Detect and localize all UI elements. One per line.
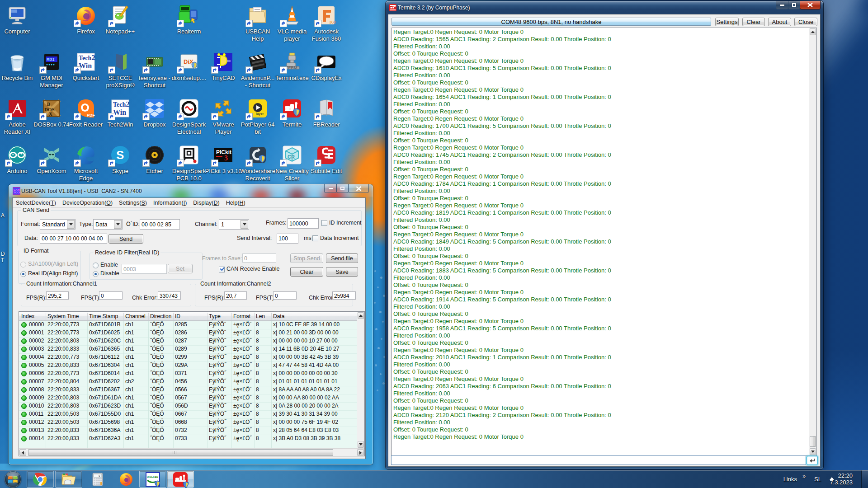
svg-text:B: B [47, 102, 50, 107]
svg-text:S: S [116, 148, 124, 162]
svg-text:X: X [49, 111, 52, 117]
svg-text:PDF: PDF [87, 113, 95, 117]
svg-text:0: 0 [99, 474, 100, 478]
svg-text:3: 3 [224, 154, 228, 162]
svg-text:Tech2: Tech2 [113, 100, 130, 108]
svg-text:Tech2: Tech2 [79, 53, 95, 62]
svg-text:USB-CAN: USB-CAN [147, 475, 158, 479]
svg-text:layer: layer [256, 112, 264, 116]
svg-text:PICkit: PICkit [216, 149, 231, 155]
svg-text:TERM: TERM [286, 66, 297, 70]
svg-text:MDI: MDI [47, 57, 55, 62]
svg-text:360: 360 [329, 20, 336, 24]
svg-text:CR: CR [288, 154, 295, 160]
